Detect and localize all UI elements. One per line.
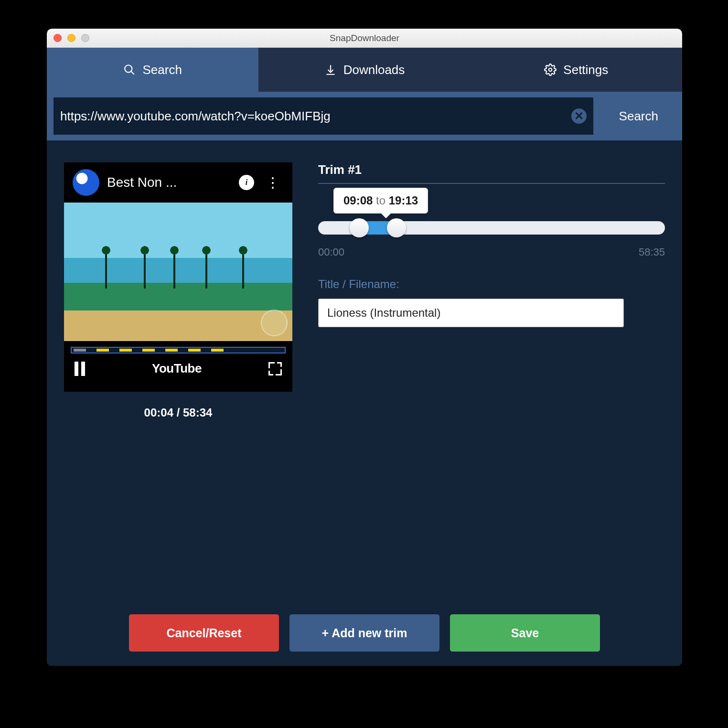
video-preview: Best Non ... i ⋮ [64, 162, 292, 419]
cancel-reset-button[interactable]: Cancel/Reset [129, 614, 279, 652]
gear-icon [544, 64, 557, 76]
range-thumb-start[interactable] [350, 218, 369, 237]
svg-line-1 [131, 71, 135, 75]
titlebar: SnapDownloader [47, 29, 682, 48]
pause-icon[interactable] [75, 362, 85, 376]
video-scrubber[interactable] [71, 347, 286, 353]
range-min: 00:00 [318, 246, 344, 258]
add-new-trim-button[interactable]: + Add new trim [289, 614, 439, 652]
content-area: Best Non ... i ⋮ [47, 140, 682, 666]
tab-search-label: Search [142, 63, 182, 77]
video-frame [64, 203, 292, 341]
trim-range: 09:08 to 19:13 00:00 58:35 [318, 221, 665, 258]
save-button[interactable]: Save [450, 614, 600, 652]
tab-downloads[interactable]: Downloads [258, 48, 470, 92]
filename-input[interactable] [318, 299, 624, 327]
more-icon[interactable]: ⋮ [262, 180, 284, 185]
search-bar: ✕ Search [47, 92, 682, 140]
video-title: Best Non ... [107, 175, 231, 190]
trim-from: 09:08 [343, 194, 373, 207]
range-thumb-end[interactable] [387, 218, 406, 237]
trim-tooltip: 09:08 to 19:13 [333, 188, 428, 214]
video-watermark-icon [261, 310, 288, 336]
clear-url-icon[interactable]: ✕ [571, 108, 587, 124]
range-max: 58:35 [639, 246, 665, 258]
url-field-wrap: ✕ [54, 97, 593, 135]
window-title: SnapDownloader [47, 33, 682, 43]
channel-avatar-icon[interactable] [73, 169, 99, 196]
youtube-brand[interactable]: YouTube [152, 361, 202, 376]
trim-to-word: to [376, 194, 385, 207]
download-icon [324, 64, 337, 76]
svg-point-0 [125, 65, 132, 72]
footer-buttons: Cancel/Reset + Add new trim Save [64, 595, 665, 652]
range-labels: 00:00 58:35 [318, 246, 665, 258]
tab-settings-label: Settings [563, 63, 608, 77]
main-tabs: Search Downloads Settings [47, 48, 682, 92]
app-window: SnapDownloader Search Downloads Settings… [47, 29, 682, 666]
fullscreen-icon[interactable] [268, 362, 282, 375]
info-icon[interactable]: i [239, 175, 254, 190]
search-button[interactable]: Search [602, 97, 675, 135]
trim-panel: Trim #1 09:08 to 19:13 00:00 58:35 [318, 162, 665, 419]
svg-point-2 [549, 68, 552, 72]
url-input[interactable] [60, 109, 571, 124]
tab-downloads-label: Downloads [343, 63, 405, 77]
trim-to: 19:13 [389, 194, 418, 207]
tab-search[interactable]: Search [47, 48, 258, 92]
video-time-display: 00:04 / 58:34 [64, 406, 292, 419]
tab-settings[interactable]: Settings [471, 48, 682, 92]
video-player[interactable]: Best Non ... i ⋮ [64, 162, 292, 392]
search-icon [123, 64, 136, 76]
trim-heading: Trim #1 [318, 162, 665, 184]
range-track[interactable] [318, 221, 665, 235]
filename-label: Title / Filename: [318, 278, 665, 291]
